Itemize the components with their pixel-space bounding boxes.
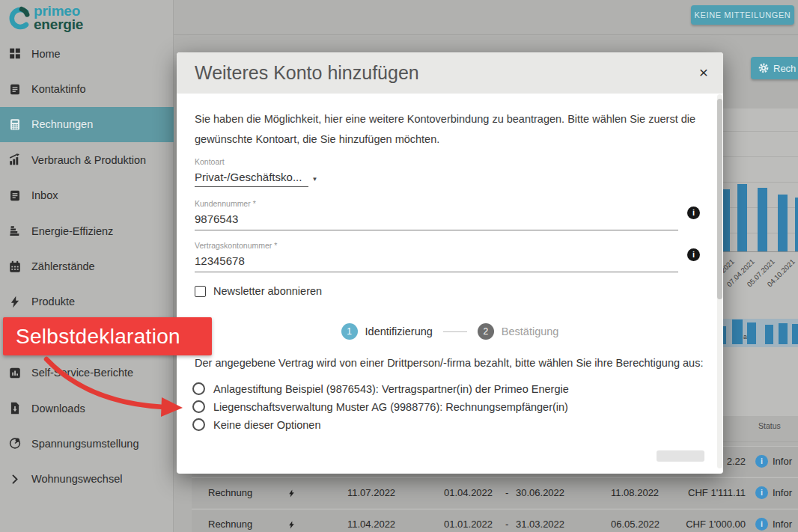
- modal-scrollbar-thumb[interactable]: [717, 99, 722, 299]
- info-icon[interactable]: [687, 248, 700, 261]
- sidebar-nav: Home Kontaktinfo Rechnungen Verbrauch & …: [0, 36, 174, 497]
- row-period-separator: -: [505, 487, 508, 498]
- table-column-status: Status: [758, 421, 781, 430]
- kundennummer-input[interactable]: 9876543: [195, 213, 238, 225]
- sidebar-item-downloads[interactable]: Downloads: [0, 391, 174, 426]
- navigator-bar: [732, 319, 743, 344]
- home-grid-icon: [8, 47, 22, 60]
- sidebar-item-label: Home: [31, 48, 61, 60]
- sidebar-item-label: Inbox: [31, 189, 58, 201]
- chevron-right-icon: [8, 473, 22, 486]
- radio-icon[interactable]: [192, 400, 205, 413]
- next-button-disabled[interactable]: [657, 450, 704, 462]
- row-status: Infor: [755, 455, 792, 468]
- inbox-icon: [8, 189, 22, 202]
- kundennummer-label: Kundennummer *: [195, 199, 256, 208]
- radio-icon[interactable]: [192, 382, 205, 395]
- table-row[interactable]: Rechnung 11.07.2022 01.04.2022 - 30.06.2…: [192, 477, 798, 508]
- chart-bar: [737, 184, 747, 251]
- row-amount: CHF 1'111.11: [688, 487, 746, 498]
- option-vertragspartner[interactable]: Anlagestiftung Beispiel (9876543): Vertr…: [192, 382, 569, 395]
- chart-gridline: [711, 156, 798, 157]
- consumption-chart-icon: [8, 153, 22, 166]
- stepper: 1 Identifizierung 2 Bestätigung: [177, 323, 723, 340]
- kundennummer-underline: [195, 230, 678, 230]
- status-text: Infor: [773, 456, 792, 467]
- sidebar-item-home[interactable]: Home: [0, 36, 174, 71]
- calendar-icon: [8, 260, 22, 273]
- newsletter-checkbox[interactable]: [195, 286, 206, 297]
- sidebar-item-spannungsumstellung[interactable]: Spannungsumstellung: [0, 426, 174, 461]
- sidebar: primeo energie Home Kontaktinfo Rechnung…: [0, 0, 174, 532]
- row-status: Infor: [755, 518, 792, 531]
- sidebar-item-label: Verbrauch & Produktion: [31, 154, 146, 166]
- sidebar-item-kontaktinfo[interactable]: Kontaktinfo: [0, 71, 174, 106]
- sidebar-item-energie-effizienz[interactable]: Energie-Effizienz: [0, 213, 174, 248]
- row-period-separator: -: [505, 519, 508, 530]
- sidebar-item-rechnungen[interactable]: Rechnungen: [0, 107, 174, 142]
- info-icon[interactable]: [755, 518, 768, 531]
- row-amount: 2.22: [727, 456, 746, 467]
- row-period-to: 30.06.2022: [516, 487, 564, 498]
- chart-gridline: [711, 182, 798, 183]
- chart-bar: [778, 195, 788, 251]
- sidebar-item-label: Energie-Effizienz: [31, 225, 113, 237]
- option-rechnungsempfaenger[interactable]: Liegenschaftsverwaltung Muster AG (99887…: [192, 400, 568, 413]
- kontoart-value: Privat-/Geschäftsko...: [195, 171, 302, 183]
- row-due-date: 11.08.2022: [611, 487, 659, 498]
- row-invoice-date: 11.07.2022: [347, 487, 395, 498]
- sidebar-item-wohnungswechsel[interactable]: Wohnungswechsel: [0, 462, 174, 497]
- status-text: Infor: [773, 487, 792, 498]
- radio-icon[interactable]: [192, 418, 205, 431]
- app-root: an Status 2.22 Infor Rechnung 11.07.2022…: [0, 0, 798, 532]
- row-amount: CHF 1'000.00: [686, 519, 746, 530]
- sidebar-item-label: Kontaktinfo: [31, 83, 86, 95]
- info-icon[interactable]: [687, 207, 700, 219]
- bolt-icon: [8, 296, 22, 308]
- sidebar-item-label: Spannungsumstellung: [31, 438, 139, 450]
- vertragskontonummer-underline: [195, 272, 678, 272]
- row-period-to: 31.03.2022: [516, 519, 564, 530]
- sidebar-item-label: Zählerstände: [31, 260, 95, 272]
- vertragskontonummer-input[interactable]: 12345678: [195, 254, 245, 267]
- sidebar-item-self-service-berichte[interactable]: Self-Service-Berichte: [0, 355, 174, 391]
- kontoart-select[interactable]: Privat-/Geschäftsko...: [195, 171, 317, 183]
- chart-axis: [711, 251, 798, 252]
- newsletter-label: Newsletter abonnieren: [213, 285, 322, 297]
- primeo-logo-icon: [6, 4, 31, 32]
- sidebar-item-label: Downloads: [31, 403, 85, 415]
- settings-button-label: Rech: [773, 63, 796, 74]
- newsletter-option: Newsletter abonnieren: [195, 285, 322, 297]
- sidebar-item-verbrauch-produktion[interactable]: Verbrauch & Produktion: [0, 142, 174, 177]
- dialog-title: Weiteres Konto hinzufügen: [195, 62, 419, 84]
- sidebar-item-inbox[interactable]: Inbox: [0, 178, 174, 213]
- row-period-from: 01.01.2022: [444, 519, 493, 530]
- download-file-icon: [8, 402, 22, 415]
- step-2-circle: 2: [478, 323, 494, 340]
- option-keine[interactable]: Keine dieser Optionen: [192, 418, 321, 431]
- efficiency-bars-icon: [8, 224, 22, 237]
- chart-bar: [758, 188, 767, 251]
- invoice-settings-button[interactable]: Rech: [751, 57, 798, 79]
- navigator-bar: [765, 325, 773, 344]
- stepper-connector: [443, 331, 467, 332]
- chart-gridline: [711, 131, 798, 132]
- table-row[interactable]: Rechnung 11.04.2022 01.01.2022 - 31.03.2…: [192, 509, 798, 532]
- sidebar-item-label: Produkte: [31, 296, 75, 308]
- sidebar-item-zaehlerstaende[interactable]: Zählerstände: [0, 248, 174, 284]
- chart-bar: [795, 198, 798, 251]
- navigator-bar: [792, 324, 798, 344]
- row-type: Rechnung: [208, 519, 252, 530]
- option-label: Anlagestiftung Beispiel (9876543): Vertr…: [213, 383, 569, 395]
- close-icon[interactable]: ×: [699, 64, 708, 82]
- info-icon[interactable]: [755, 455, 768, 468]
- brand-logo: primeo energie: [6, 3, 83, 33]
- electricity-icon: [287, 519, 296, 531]
- row-status: Infor: [755, 486, 792, 499]
- no-messages-button[interactable]: KEINE MITTEILUNGEN: [691, 5, 794, 25]
- sidebar-item-produkte[interactable]: Produkte: [0, 284, 174, 319]
- info-icon[interactable]: [755, 486, 768, 499]
- sidebar-item-label: Self-Service-Berichte: [31, 367, 133, 379]
- electricity-icon: [287, 488, 296, 499]
- option-label: Keine dieser Optionen: [213, 419, 321, 431]
